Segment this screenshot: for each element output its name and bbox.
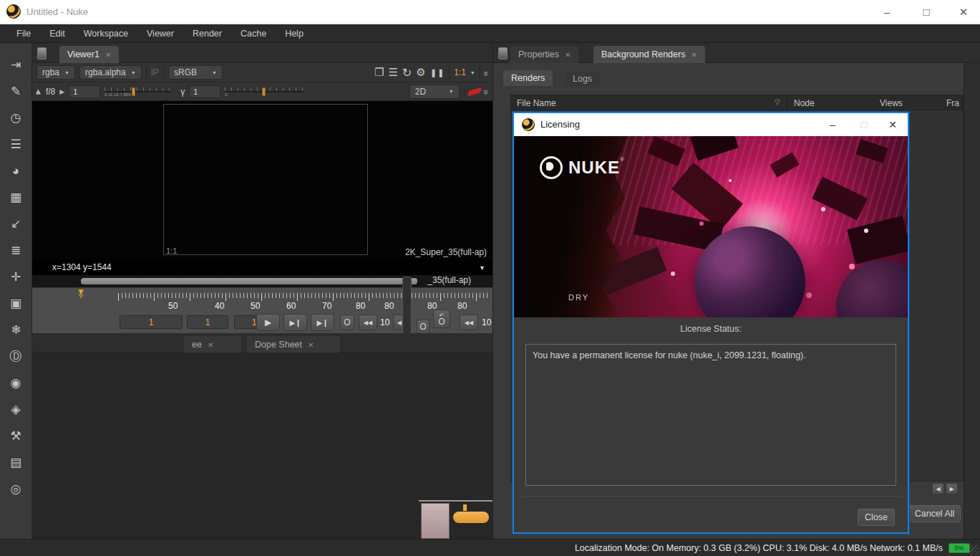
view-mode-select[interactable]: 2D▼ xyxy=(409,85,460,99)
license-text-box[interactable]: You have a permanent license for nuke (n… xyxy=(525,344,896,486)
menu-help[interactable]: Help xyxy=(276,24,313,43)
views-icon[interactable]: ◉ xyxy=(0,370,32,396)
time-icon[interactable]: ◷ xyxy=(0,105,32,131)
menu-workspace[interactable]: Workspace xyxy=(74,24,137,43)
column-file-name[interactable]: File Name xyxy=(517,98,556,108)
cancel-all-button[interactable]: Cancel All xyxy=(908,505,961,522)
gamma-input[interactable]: 1 xyxy=(189,85,220,98)
merge-icon[interactable]: ≣ xyxy=(0,237,32,264)
image-icon[interactable]: ⇥ xyxy=(0,52,32,78)
renders-table-header: File Name ▽ Node Views Fra xyxy=(510,95,964,110)
vertical-scrollbar[interactable] xyxy=(402,277,412,334)
close-tab-icon[interactable]: ✕ xyxy=(308,341,314,349)
gain-slider[interactable]: 0.11.16.7.953 xyxy=(105,87,170,96)
flame-icon[interactable]: ◎ xyxy=(0,476,32,502)
alpha-select[interactable]: rgba.alpha▼ xyxy=(79,65,142,80)
close-tab-icon[interactable]: ✕ xyxy=(565,51,571,59)
metadata-icon[interactable]: ◈ xyxy=(0,396,32,423)
minimize-icon[interactable]: – xyxy=(876,6,898,18)
transform-icon[interactable]: ✛ xyxy=(0,264,32,290)
gain-slider-handle[interactable] xyxy=(132,87,135,96)
play-button[interactable]: ▶ xyxy=(256,314,280,331)
keyer-icon[interactable]: ↙ xyxy=(0,211,32,237)
subtab-logs[interactable]: Logs xyxy=(565,72,600,86)
dope-sheet-area[interactable] xyxy=(32,353,493,539)
zoom-select[interactable]: 1:1 xyxy=(454,67,466,77)
panel-handle-icon[interactable] xyxy=(37,47,47,59)
maximize-icon[interactable]: □ xyxy=(916,6,937,18)
dialog-maximize-icon[interactable]: □ xyxy=(852,119,876,130)
close-tab-icon[interactable]: ✕ xyxy=(691,51,697,59)
close-tab-icon[interactable]: ✕ xyxy=(105,51,111,59)
current-frame-field[interactable]: 1 xyxy=(187,315,228,329)
gain-input[interactable]: 1 xyxy=(69,85,100,98)
gamma-slider[interactable]: 0 xyxy=(225,87,304,96)
tab-viewer1[interactable]: Viewer1 ✕ xyxy=(59,46,119,63)
play-step-button[interactable]: ▶❙ xyxy=(283,314,307,331)
viewer-canvas[interactable]: 1:1 2K_Super_35(full-ap) xyxy=(32,101,493,259)
monitor-out-icon[interactable]: ❐ xyxy=(374,66,384,79)
colorspace-select[interactable]: sRGB▼ xyxy=(168,65,223,80)
frame-range-start-field[interactable]: 1 xyxy=(120,315,183,329)
zero-button[interactable]: O xyxy=(340,315,354,330)
roi-gear-icon[interactable]: ⚙ xyxy=(416,66,425,79)
pause-icon[interactable]: ❚❚ xyxy=(430,68,445,77)
sort-icon[interactable]: ▽ xyxy=(775,98,780,106)
channel-icon[interactable]: ☰ xyxy=(0,131,32,158)
loop-zero-button[interactable]: ↶ O xyxy=(433,310,450,328)
menu-file[interactable]: File xyxy=(7,24,40,43)
input-process-button[interactable]: IP xyxy=(151,67,159,77)
toolsets-icon[interactable]: ⚒ xyxy=(0,423,32,449)
refresh-icon[interactable]: ↻ xyxy=(402,66,412,80)
close-tab-icon[interactable]: ✕ xyxy=(208,341,213,349)
dialog-close-icon[interactable]: ✕ xyxy=(880,119,905,130)
fstop-label[interactable]: f/8 xyxy=(46,87,55,97)
panel-handle-icon[interactable] xyxy=(498,47,508,59)
filter-icon[interactable]: ▦ xyxy=(0,184,32,211)
red-brush-icon[interactable] xyxy=(467,87,482,96)
resize-grip[interactable] xyxy=(969,545,979,555)
column-node[interactable]: Node xyxy=(794,98,815,108)
menu-cache[interactable]: Cache xyxy=(231,24,276,43)
tab-background-renders[interactable]: Background Renders ✕ xyxy=(593,46,705,63)
tab-curve-editor-partial[interactable]: ee ✕ xyxy=(184,336,241,353)
chevron-down-icon: ▼ xyxy=(64,70,69,75)
playhead-icon[interactable]: ▼ xyxy=(77,287,85,297)
other-icon[interactable]: ▤ xyxy=(0,449,32,476)
chevron-down-icon[interactable]: ▼ xyxy=(470,70,475,75)
draw-icon[interactable]: ✎ xyxy=(0,78,32,105)
color-icon[interactable]: ◕ xyxy=(0,158,32,184)
menu-edit[interactable]: Edit xyxy=(40,24,74,43)
deep-icon[interactable]: Ⓓ xyxy=(0,343,32,370)
gamma-slider-handle[interactable] xyxy=(262,87,266,96)
wipe-icon[interactable]: ☰ xyxy=(388,66,397,79)
menu-viewer[interactable]: Viewer xyxy=(137,24,183,43)
rewind-button-3[interactable]: ◀◀ xyxy=(460,315,478,330)
column-frame[interactable]: Fra xyxy=(946,98,959,108)
goto-end-button[interactable]: ▶❙ xyxy=(311,314,334,331)
license-text: You have a permanent license for nuke (n… xyxy=(533,350,806,360)
rewind-button[interactable]: ◀◀ xyxy=(359,315,377,330)
chevron-down-icon[interactable]: ▼ xyxy=(479,264,485,272)
orange-node[interactable] xyxy=(453,512,489,523)
3d-icon[interactable]: ▣ xyxy=(0,290,32,317)
prev-arrow-icon[interactable]: ◀ xyxy=(35,89,42,94)
tab-properties[interactable]: Properties ✕ xyxy=(510,46,578,63)
dialog-minimize-icon[interactable]: – xyxy=(820,119,845,130)
next-arrow-icon[interactable]: ▶ xyxy=(59,88,64,95)
close-icon[interactable]: ✕ xyxy=(953,6,974,19)
scroll-left-icon[interactable]: ◀ xyxy=(932,483,944,494)
subtab-renders[interactable]: Renders xyxy=(503,70,553,86)
close-button[interactable]: Close xyxy=(858,509,895,526)
menu-render[interactable]: Render xyxy=(183,24,231,43)
scroll-right-icon[interactable]: ▶ xyxy=(946,483,958,494)
collapse-chevrons-icon[interactable]: » xyxy=(481,90,492,93)
column-views[interactable]: Views xyxy=(880,98,903,108)
particles-icon[interactable]: ❄ xyxy=(0,317,32,343)
zero-button-2[interactable]: O xyxy=(417,320,430,334)
collapse-chevrons-icon[interactable]: » xyxy=(481,70,492,74)
nuke-application-window: Untitled - Nuke – □ ✕ File Edit Workspac… xyxy=(0,0,980,556)
tab-dope-sheet[interactable]: Dope Sheet ✕ xyxy=(247,336,340,353)
horizontal-scrollbar[interactable] xyxy=(81,278,417,284)
layer-select[interactable]: rgba▼ xyxy=(37,65,75,80)
